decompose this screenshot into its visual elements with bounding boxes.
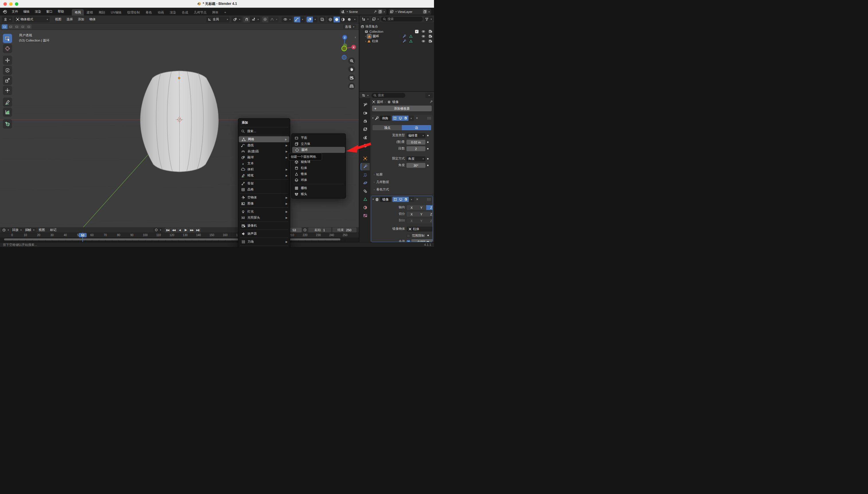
topbar-menu-帮助[interactable]: 帮助 <box>55 8 67 16</box>
hide-eye-icon[interactable] <box>421 39 425 43</box>
zoom-button[interactable] <box>348 57 355 64</box>
collapse-chevron[interactable]: ▾ <box>372 117 373 119</box>
tool-cursor-button[interactable] <box>3 44 12 53</box>
timeline-menu-插帧[interactable]: 插帧▾ <box>23 228 36 232</box>
pin-icon[interactable] <box>373 10 377 14</box>
add-menu-item-蜡笔[interactable]: 蜡笔▶ <box>238 172 290 178</box>
properties-tab-world[interactable] <box>361 142 370 150</box>
collection-checkbox[interactable]: ✓ <box>415 30 419 33</box>
viewport-menu-视图[interactable]: 视图 <box>53 17 64 21</box>
add-menu-item-光照探头[interactable]: 光照探头▶ <box>238 214 290 221</box>
viewport-menu-选择[interactable]: 选择 <box>64 17 75 21</box>
realtime-display-toggle[interactable] <box>398 197 403 202</box>
zoom-window-button[interactable] <box>15 2 18 6</box>
navigation-gizmo[interactable]: Z X <box>337 32 357 61</box>
add-workspace-button[interactable]: + <box>221 9 229 16</box>
properties-tab-material[interactable] <box>361 204 370 211</box>
add-menu-item-灯光[interactable]: 灯光▶ <box>238 209 290 214</box>
viewport-menu-物体[interactable]: 物体 <box>87 17 98 21</box>
animate-dot[interactable] <box>427 148 428 150</box>
playhead-frame-badge[interactable]: 53 <box>79 233 87 237</box>
camera-view-button[interactable] <box>348 74 355 81</box>
properties-tab-view-layer[interactable] <box>361 126 370 133</box>
mesh-submenu-item-立方体[interactable]: 立方体 <box>292 141 346 147</box>
add-menu-item-融球[interactable]: 融球▶ <box>238 154 290 160</box>
render-visibility-toggle[interactable] <box>403 197 409 202</box>
realtime-display-toggle[interactable] <box>398 116 403 121</box>
animate-dot[interactable] <box>427 135 428 136</box>
timeline-menu-回放[interactable]: 回放▾ <box>11 228 23 232</box>
section-轮廓[interactable]: ›轮廓 <box>374 172 383 177</box>
pivot-point-dropdown[interactable]: ▾ <box>232 17 242 22</box>
timeline-editor-type-button[interactable]: ▾ <box>1 228 10 232</box>
tool-move-button[interactable] <box>3 56 12 65</box>
add-menu-item-力场[interactable]: 力场▶ <box>238 239 290 245</box>
add-menu-item-集合实例[interactable]: 集合实例▶ <box>238 247 290 247</box>
outliner-row-Collection[interactable]: Collection✓ <box>361 29 433 34</box>
properties-tab-object[interactable] <box>361 155 370 162</box>
workspace-tab-UV编辑[interactable]: UV编辑 <box>108 9 124 16</box>
delete-modifier-button[interactable]: × <box>416 116 418 120</box>
minimize-window-button[interactable] <box>9 2 13 6</box>
snap-toggle[interactable] <box>243 17 250 22</box>
toggle-grid-button[interactable] <box>348 83 355 90</box>
remove-viewlayer-icon[interactable]: × <box>428 10 430 14</box>
add-menu-item-文本[interactable]: a文本 <box>238 160 290 166</box>
animate-dot[interactable] <box>427 165 428 166</box>
mirror-翻转-X[interactable]: X <box>407 218 417 223</box>
timeline-ruler[interactable]: 0102030405060708090100110120130140150160… <box>0 233 359 238</box>
snap-target-dropdown[interactable]: ▾ <box>250 17 260 22</box>
new-scene-copy-icon[interactable] <box>378 10 382 14</box>
scene-selector[interactable]: ▾ Scene × <box>340 9 386 15</box>
mirror-翻转-Y[interactable]: Y <box>417 218 426 223</box>
properties-tab-modifiers[interactable] <box>361 163 370 170</box>
delete-modifier-button[interactable]: × <box>416 197 418 202</box>
modifier-extras-dropdown[interactable]: ▾ <box>409 197 414 202</box>
add-menu-item-体积[interactable]: 体积▶ <box>238 166 290 172</box>
options-dropdown[interactable]: 选项▾ <box>343 24 356 29</box>
mesh-submenu-item-平面[interactable]: 平面 <box>292 135 346 141</box>
mirror-轴向-X[interactable]: X <box>407 205 417 210</box>
properties-search-input[interactable]: 搜索 <box>371 93 405 98</box>
render-visibility-toggle[interactable] <box>403 116 408 121</box>
prev-keyframe-button[interactable]: ◀◀ <box>171 228 177 233</box>
play-button[interactable]: ▶ <box>183 228 189 233</box>
add-menu-item-网格[interactable]: 网格▶ <box>239 136 289 142</box>
topbar-menu-窗口[interactable]: 窗口 <box>44 8 55 16</box>
animate-dot[interactable] <box>427 235 429 236</box>
bevel-(数)量-field[interactable]: 0.02 m <box>406 140 425 145</box>
outliner-filter-id-dropdown[interactable]: ▾ <box>371 17 380 22</box>
bevel-宽度类型-field[interactable]: 偏移量▾ <box>406 133 425 138</box>
topbar-menu-渲染[interactable]: 渲染 <box>32 8 44 16</box>
mirror-轴向-Z[interactable]: Z <box>426 205 433 210</box>
disable-render-icon[interactable] <box>428 34 432 38</box>
section-几何数据[interactable]: ›几何数据 <box>374 180 389 184</box>
mirror-object-field[interactable]: 柱体× <box>407 227 433 231</box>
disable-render-icon[interactable] <box>428 39 432 43</box>
workspace-tab-布局[interactable]: 布局 <box>72 9 84 16</box>
add-menu-item-骨架[interactable]: 骨架 <box>238 180 290 187</box>
properties-editor-type-button[interactable]: ▾ <box>361 93 370 98</box>
add-menu-search[interactable]: 搜索... <box>238 128 290 134</box>
outliner-row-场景集合[interactable]: 场景集合 <box>361 24 433 29</box>
overlays-dropdown[interactable]: ▾ <box>313 17 317 22</box>
bevel-角度-field[interactable]: 30° <box>406 163 425 168</box>
unlink-scene-icon[interactable]: × <box>384 10 385 14</box>
drag-grip-icon[interactable] <box>427 117 431 120</box>
visibility-dropdown[interactable]: ▾ <box>282 17 292 22</box>
properties-tab-object-data[interactable] <box>361 196 370 203</box>
properties-tab-particles[interactable] <box>361 171 370 178</box>
mirror-切分-X[interactable]: X <box>407 212 417 216</box>
edit-mode-toggle[interactable] <box>392 197 398 202</box>
jump-start-button[interactable]: ▮◀ <box>165 228 170 233</box>
topbar-menu-文件[interactable]: 文件 <box>9 8 21 16</box>
show-overlays-toggle[interactable] <box>307 17 313 22</box>
section-着色方式[interactable]: ›着色方式 <box>374 187 389 192</box>
workspace-tab-几何节点[interactable]: 几何节点 <box>191 9 209 16</box>
frame-end-field[interactable]: 结束250 <box>332 228 356 232</box>
blender-logo-menu[interactable] <box>2 10 7 14</box>
add-menu-item-扬声器[interactable]: 扬声器 <box>238 231 290 237</box>
drag-grip-icon[interactable] <box>427 198 431 201</box>
use-preview-range-icon[interactable] <box>303 228 307 232</box>
properties-tab-scene[interactable] <box>361 134 370 141</box>
